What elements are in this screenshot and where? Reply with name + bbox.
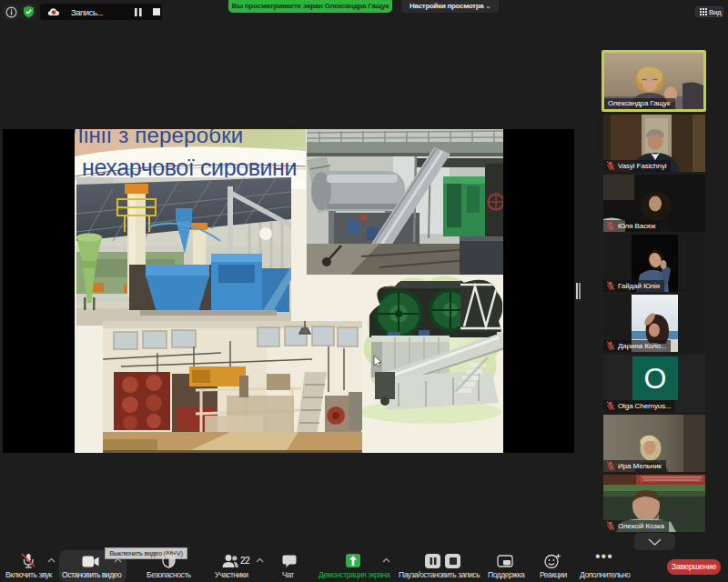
svg-text:Лінії з переробки: Лінії з переробки (75, 129, 243, 147)
svg-text:нехарчової сировини: нехарчової сировини (82, 155, 297, 180)
